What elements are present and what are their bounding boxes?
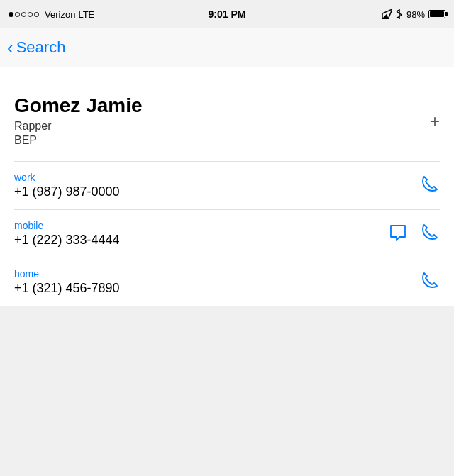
phone-row-home: home +1 (321) 456-7890 bbox=[14, 258, 440, 306]
nav-bar: ‹ Search bbox=[0, 28, 454, 67]
signal-dot-5 bbox=[34, 12, 39, 17]
contact-name: Gomez Jamie bbox=[14, 94, 440, 117]
back-chevron-icon: ‹ bbox=[7, 38, 13, 57]
contact-company: BEP bbox=[14, 134, 440, 147]
back-label: Search bbox=[16, 38, 66, 57]
phone-number-work[interactable]: +1 (987) 987-0000 bbox=[14, 184, 419, 199]
battery-percent: 98% bbox=[406, 9, 425, 20]
signal-dot-4 bbox=[28, 12, 33, 17]
phone-info-work: work +1 (987) 987-0000 bbox=[14, 172, 419, 199]
phone-label-mobile: mobile bbox=[14, 220, 387, 231]
call-mobile-button[interactable] bbox=[419, 222, 440, 246]
phone-icons-home bbox=[419, 270, 440, 294]
phone-info-home: home +1 (321) 456-7890 bbox=[14, 268, 419, 296]
status-time: 9:01 PM bbox=[209, 9, 246, 20]
phone-number-mobile[interactable]: +1 (222) 333-4444 bbox=[14, 233, 387, 248]
status-left: Verizon LTE bbox=[9, 9, 94, 20]
phone-label-home: home bbox=[14, 268, 419, 279]
location-icon bbox=[382, 9, 392, 19]
phone-number-home[interactable]: +1 (321) 456-7890 bbox=[14, 281, 419, 296]
signal-dot-2 bbox=[15, 12, 20, 17]
carrier-label: Verizon bbox=[45, 9, 75, 20]
signal-dot-3 bbox=[21, 12, 26, 17]
bluetooth-icon bbox=[396, 9, 403, 19]
chat-mobile-button[interactable] bbox=[387, 222, 409, 246]
phone-icons-mobile bbox=[387, 222, 440, 246]
phone-section: work +1 (987) 987-0000 mobile +1 (222) 3… bbox=[14, 162, 440, 306]
signal-dot-1 bbox=[9, 12, 13, 17]
contact-content: Gomez Jamie Rapper BEP + work +1 (987) 9… bbox=[0, 67, 454, 306]
network-label: LTE bbox=[78, 9, 94, 20]
phone-row-work: work +1 (987) 987-0000 bbox=[14, 162, 440, 210]
add-button[interactable]: + bbox=[430, 111, 440, 131]
call-work-button[interactable] bbox=[419, 174, 440, 198]
phone-info-mobile: mobile +1 (222) 333-4444 bbox=[14, 220, 387, 248]
status-bar: Verizon LTE 9:01 PM 98% bbox=[0, 0, 454, 28]
back-button[interactable]: ‹ Search bbox=[7, 38, 65, 57]
battery-icon bbox=[428, 10, 445, 18]
signal-dots bbox=[9, 12, 39, 17]
call-home-button[interactable] bbox=[419, 270, 440, 294]
contact-title: Rapper bbox=[14, 120, 440, 133]
status-right: 98% bbox=[382, 9, 445, 20]
contact-header: Gomez Jamie Rapper BEP + bbox=[14, 82, 440, 162]
phone-row-mobile: mobile +1 (222) 333-4444 bbox=[14, 210, 440, 258]
phone-label-work: work bbox=[14, 172, 419, 183]
phone-icons-work bbox=[419, 174, 440, 198]
